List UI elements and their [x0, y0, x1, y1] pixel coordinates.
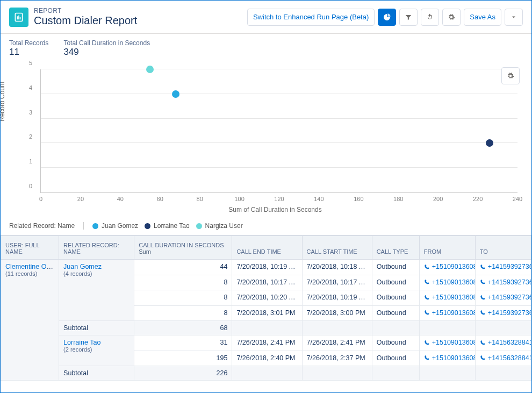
phone-link[interactable]: +14159392736: [480, 263, 531, 270]
filter-icon: [405, 13, 412, 21]
chart-toggle-button[interactable]: [378, 9, 396, 26]
cell-call-type: Outbound: [372, 351, 419, 366]
legend-item-nargiza: Nargiza User: [196, 222, 243, 230]
cell-to: +14156328841: [475, 335, 531, 351]
cell-to: +14159392736: [475, 260, 531, 275]
more-menu-button[interactable]: [505, 9, 523, 26]
cell-start-time: 7/20/2018, 10:19 AM: [302, 290, 372, 306]
phone-link[interactable]: +15109013608: [424, 263, 476, 270]
subtotal-row: Subtotal226: [1, 366, 531, 381]
phone-link[interactable]: +15109013608: [424, 278, 476, 286]
y-tick: 0: [29, 183, 32, 189]
scatter-chart: 012345020406080100120140160180200220240 …: [27, 64, 523, 215]
refresh-button[interactable]: [421, 9, 439, 26]
chart-point[interactable]: [172, 90, 179, 98]
chart-settings-button[interactable]: [501, 67, 520, 84]
cell-start-time: 7/20/2018, 3:00 PM: [302, 305, 372, 321]
cell-start-time: 7/20/2018, 10:18 AM: [302, 260, 372, 275]
col-call-type[interactable]: CALL TYPE: [372, 236, 419, 260]
chart-point[interactable]: [146, 66, 154, 73]
y-tick: 2: [29, 133, 32, 140]
x-tick: 40: [117, 196, 124, 202]
table-row: Lorraine Tao(2 records)317/26/2018, 2:41…: [1, 335, 531, 351]
related-link[interactable]: Juan Gomez: [63, 263, 102, 270]
phone-link[interactable]: +15109013608: [424, 294, 476, 301]
x-tick: 0: [39, 196, 42, 202]
legend-separator: [83, 222, 84, 230]
x-tick: 160: [354, 196, 363, 202]
chart-x-axis-label: Sum of Call Duration in Seconds: [27, 206, 523, 213]
subtotal-value: 226: [134, 366, 232, 381]
col-start-time[interactable]: CALL START TIME: [302, 236, 372, 260]
cell-end-time: 7/20/2018, 10:17 AM: [232, 275, 302, 290]
cell-duration: 44: [134, 260, 232, 275]
cell-end-time: 7/26/2018, 2:40 PM: [232, 351, 302, 366]
col-user[interactable]: USER: FULL NAME: [1, 236, 59, 260]
svg-rect-2: [18, 15, 19, 19]
phone-link[interactable]: +14156328841: [480, 339, 531, 346]
header-eyebrow: REPORT: [34, 7, 137, 15]
x-tick: 240: [513, 196, 522, 202]
total-records-label: Total Records: [9, 39, 48, 47]
cell-end-time: 7/20/2018, 10:20 AM: [232, 290, 302, 306]
cell-from: +15109013608: [419, 305, 475, 321]
refresh-icon: [426, 13, 434, 21]
save-as-button[interactable]: Save As: [464, 9, 501, 26]
col-from[interactable]: FROM: [419, 236, 475, 260]
cell-to: +14159392736: [475, 275, 531, 290]
page-title: Custom Dialer Report: [34, 15, 137, 27]
cell-call-type: Outbound: [372, 335, 419, 351]
phone-link[interactable]: +15109013608: [424, 339, 476, 346]
phone-link[interactable]: +14159392736: [480, 294, 531, 301]
cell-from: +15109013608: [419, 290, 475, 306]
cell-call-type: Outbound: [372, 260, 419, 275]
phone-link[interactable]: +15109013608: [424, 354, 476, 362]
y-tick: 4: [29, 84, 32, 91]
subtotal-value: 68: [134, 321, 232, 335]
chart-y-axis-label: Record Count: [0, 82, 6, 122]
filter-button[interactable]: [399, 9, 418, 26]
x-tick: 180: [393, 196, 403, 202]
chevron-down-icon: [511, 14, 517, 20]
subtotal-row: Subtotal68: [1, 321, 531, 335]
x-tick: 140: [314, 196, 323, 202]
phone-link[interactable]: +14159392736: [480, 309, 531, 317]
cell-from: +15109013608: [419, 335, 475, 351]
phone-link[interactable]: +14159392736: [480, 278, 531, 286]
x-tick: 200: [433, 196, 443, 202]
x-tick: 120: [274, 196, 284, 202]
phone-link[interactable]: +15109013608: [424, 309, 476, 317]
col-to[interactable]: TO: [475, 236, 531, 260]
table-row: Clementine Orange(11 records)Juan Gomez(…: [1, 260, 531, 275]
cell-from: +15109013608: [419, 275, 475, 290]
subtotal-label: Subtotal: [59, 366, 134, 381]
x-tick: 100: [234, 196, 244, 202]
header-title-block: REPORT Custom Dialer Report: [34, 7, 137, 27]
cell-start-time: 7/26/2018, 2:37 PM: [302, 351, 372, 366]
cell-duration: 8: [134, 305, 232, 321]
user-link[interactable]: Clementine Orange: [5, 263, 59, 270]
chart-point[interactable]: [486, 139, 493, 147]
switch-enhanced-button[interactable]: Switch to Enhanced Run Page (Beta): [247, 9, 375, 26]
chart-container: Record Count 012345020406080100120140160…: [1, 64, 531, 219]
related-group-cell: Lorraine Tao(2 records): [59, 335, 134, 366]
summary-total-records: Total Records 11: [9, 39, 48, 58]
col-duration[interactable]: CALL DURATION IN SECONDSSum: [134, 236, 232, 260]
settings-button[interactable]: [442, 9, 461, 26]
y-tick: 1: [29, 158, 32, 165]
phone-link[interactable]: +14156328841: [480, 354, 531, 362]
cell-duration: 195: [134, 351, 232, 366]
related-link[interactable]: Lorraine Tao: [63, 339, 100, 346]
cell-duration: 8: [134, 290, 232, 306]
total-records-value: 11: [9, 47, 48, 58]
cell-start-time: 7/20/2018, 10:17 AM: [302, 275, 372, 290]
related-group-cell: Juan Gomez(4 records): [59, 260, 134, 321]
report-icon: [9, 8, 28, 27]
cell-to: +14156328841: [475, 351, 531, 366]
col-end-time[interactable]: CALL END TIME: [232, 236, 302, 260]
x-tick: 220: [473, 196, 483, 202]
gear-icon: [507, 72, 514, 80]
col-related[interactable]: RELATED RECORD: NAME: [59, 236, 134, 260]
cell-end-time: 7/26/2018, 2:41 PM: [232, 335, 302, 351]
cell-to: +14159392736: [475, 290, 531, 306]
